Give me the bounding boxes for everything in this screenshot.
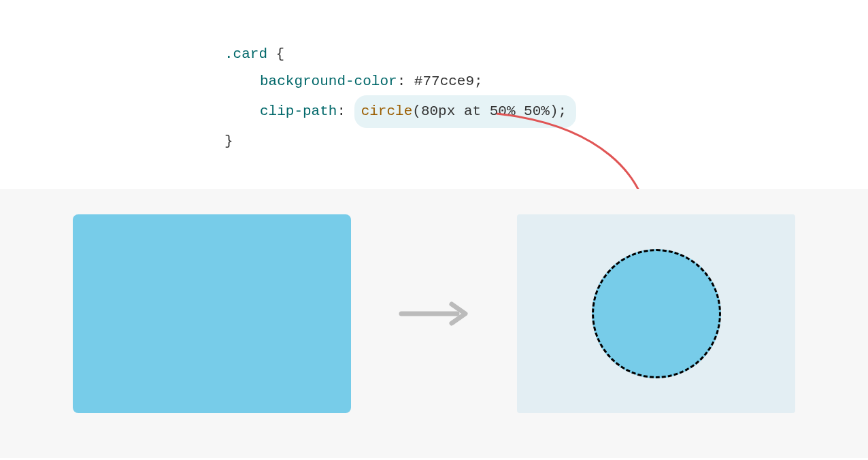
open-paren: ( (412, 103, 421, 119)
css-code-block: .card { background-color: #77cce9; clip-… (224, 41, 868, 155)
arrow-right-icon (399, 300, 469, 327)
demo-container (0, 214, 868, 413)
code-line-selector: .card { (224, 41, 868, 68)
colon: : (397, 73, 406, 89)
code-line-close: } (224, 128, 868, 155)
css-function-args: 80px at 50% 50% (421, 103, 550, 119)
semicolon: ; (474, 73, 483, 89)
close-brace: } (224, 133, 233, 149)
open-brace: { (267, 46, 284, 62)
close-paren: ) (550, 103, 558, 119)
code-line-bgcolor: background-color: #77cce9; (224, 68, 868, 95)
card-after-container (517, 214, 795, 413)
code-line-clippath: clip-path: circle(80px at 50% 50%); (224, 95, 868, 128)
css-value-bg: #77cce9 (414, 73, 474, 89)
colon: : (337, 103, 346, 119)
css-property-bg: background-color (260, 73, 397, 89)
highlighted-value: circle(80px at 50% 50%); (354, 95, 576, 128)
css-function-name: circle (361, 103, 413, 119)
code-section: .card { background-color: #77cce9; clip-… (0, 0, 868, 189)
css-property-clip: clip-path (260, 103, 337, 119)
clipped-circle (592, 249, 721, 378)
css-selector: .card (224, 46, 267, 62)
card-before (73, 214, 351, 413)
semicolon: ; (558, 103, 567, 119)
demo-section (0, 189, 868, 458)
